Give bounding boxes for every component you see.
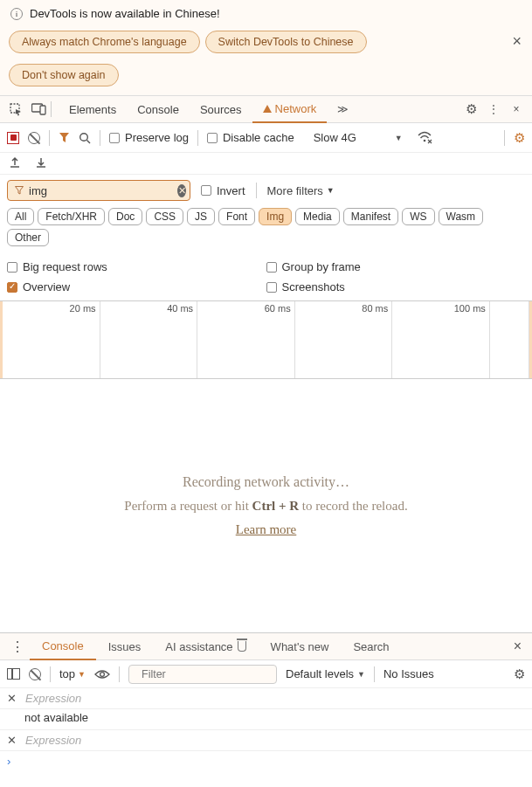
preserve-log-checkbox[interactable]: Preserve log — [109, 131, 189, 144]
clear-filter-icon[interactable]: ✕ — [177, 184, 186, 197]
disable-cache-checkbox[interactable]: Disable cache — [207, 131, 294, 144]
export-har-icon[interactable] — [9, 156, 21, 169]
overview-checkbox[interactable]: Overview — [7, 277, 266, 297]
more-tabs-icon[interactable]: ≫ — [327, 95, 359, 123]
main-tab-bar: Elements Console Sources Network ≫ ⚙ ⋮ × — [0, 95, 532, 123]
clear-icon[interactable] — [28, 132, 40, 144]
pill-js[interactable]: JS — [187, 208, 215, 225]
filter-input[interactable] — [27, 183, 177, 198]
filter-toggle-icon[interactable] — [59, 132, 70, 143]
info-bar: i DevTools is now available in Chinese! — [0, 0, 532, 27]
drawer-close-icon[interactable]: × — [508, 639, 527, 654]
empty-title: Recording network activity… — [183, 474, 349, 490]
kebab-menu-icon[interactable]: ⋮ — [483, 99, 504, 120]
expression-value: not available — [0, 709, 532, 730]
pill-fetch[interactable]: Fetch/XHR — [38, 208, 105, 225]
drawer-tab-ai[interactable]: AI assistance — [153, 632, 258, 660]
pill-img[interactable]: Img — [259, 208, 292, 225]
group-frame-checkbox[interactable]: Group by frame — [266, 257, 526, 277]
separator — [119, 666, 120, 682]
prompt-chevron-icon: › — [7, 755, 10, 768]
log-levels-select[interactable]: Default levels ▼ — [286, 667, 365, 680]
empty-hint: Perform a request or hit Ctrl + R to rec… — [124, 499, 407, 514]
remove-expression-icon[interactable]: ✕ — [7, 692, 17, 705]
console-filter-input[interactable] — [140, 667, 280, 681]
pill-wasm[interactable]: Wasm — [439, 208, 484, 225]
search-icon[interactable] — [79, 132, 91, 144]
console-filter-box[interactable] — [128, 665, 277, 684]
console-toolbar: top ▼ Default levels ▼ No Issues ⚙ — [0, 660, 532, 688]
import-export-bar — [0, 153, 532, 175]
chevron-down-icon: ▼ — [78, 670, 86, 679]
device-toggle-icon[interactable] — [28, 99, 49, 120]
chevron-down-icon: ▼ — [327, 186, 335, 195]
remove-expression-icon[interactable]: ✕ — [7, 734, 17, 747]
network-settings-icon[interactable]: ⚙ — [514, 130, 525, 146]
svg-rect-2 — [40, 106, 45, 114]
close-icon[interactable]: × — [512, 32, 522, 51]
separator — [374, 666, 375, 682]
inspect-icon[interactable] — [5, 99, 26, 120]
chip-match-language[interactable]: Always match Chrome's language — [9, 31, 200, 53]
info-icon: i — [10, 8, 23, 20]
settings-icon[interactable]: ⚙ — [460, 99, 481, 120]
pill-media[interactable]: Media — [295, 208, 340, 225]
tab-network[interactable]: Network — [252, 95, 328, 123]
context-select[interactable]: top ▼ — [59, 667, 86, 680]
close-devtools-icon[interactable]: × — [506, 99, 527, 120]
pill-all[interactable]: All — [7, 208, 34, 225]
live-expression-icon[interactable] — [94, 669, 110, 680]
more-filters-dropdown[interactable]: More filters ▼ — [267, 184, 335, 197]
options-grid: Big request rows Group by frame Overview… — [0, 253, 532, 300]
chip-dont-show[interactable]: Don't show again — [9, 64, 119, 86]
drawer-tab-console[interactable]: Console — [30, 632, 96, 660]
console-settings-icon[interactable]: ⚙ — [514, 666, 525, 682]
pill-font[interactable]: Font — [218, 208, 255, 225]
big-rows-checkbox[interactable]: Big request rows — [7, 257, 266, 277]
expression-placeholder[interactable]: Expression — [25, 692, 81, 705]
drawer-menu-icon[interactable]: ⋮ — [5, 639, 30, 655]
pill-doc[interactable]: Doc — [108, 208, 142, 225]
empty-state: Recording network activity… Perform a re… — [0, 379, 532, 632]
timeline-tick: 100 ms — [454, 303, 486, 314]
separator — [100, 130, 100, 146]
drawer-tab-search[interactable]: Search — [341, 632, 401, 660]
record-button[interactable] — [7, 132, 19, 144]
filter-input-box[interactable]: ✕ — [7, 180, 190, 201]
funnel-icon — [15, 186, 24, 195]
filter-row: ✕ Invert More filters ▼ — [0, 175, 532, 206]
network-conditions-icon[interactable] — [417, 131, 432, 144]
invert-checkbox[interactable]: Invert — [201, 184, 245, 197]
chevron-down-icon: ▼ — [357, 670, 365, 679]
pill-css[interactable]: CSS — [146, 208, 183, 225]
expression-placeholder[interactable]: Expression — [25, 734, 81, 747]
pill-other[interactable]: Other — [7, 229, 49, 246]
tab-console[interactable]: Console — [127, 95, 190, 123]
sidebar-toggle-icon[interactable] — [7, 668, 20, 680]
svg-point-6 — [100, 672, 105, 676]
chip-switch-chinese[interactable]: Switch DevTools to Chinese — [205, 31, 367, 53]
separator — [504, 130, 505, 146]
pill-ws[interactable]: WS — [402, 208, 434, 225]
warning-icon — [263, 105, 272, 113]
info-title: DevTools is now available in Chinese! — [30, 7, 220, 20]
screenshots-checkbox[interactable]: Screenshots — [266, 277, 526, 297]
separator — [197, 130, 198, 146]
drawer-tab-issues[interactable]: Issues — [96, 632, 154, 660]
live-expression-row: ✕ Expression — [0, 688, 532, 709]
clear-console-icon[interactable] — [29, 668, 41, 680]
import-har-icon[interactable] — [35, 156, 47, 169]
issues-count[interactable]: No Issues — [383, 667, 434, 680]
console-prompt[interactable]: › — [0, 751, 532, 771]
tab-sources[interactable]: Sources — [190, 95, 252, 123]
separator — [49, 130, 50, 146]
learn-more-link[interactable]: Learn more — [236, 522, 297, 537]
tab-elements[interactable]: Elements — [59, 95, 127, 123]
timeline-tick: 20 ms — [70, 303, 96, 314]
throttle-select[interactable]: Slow 4G ▼ — [308, 129, 408, 146]
svg-point-5 — [423, 140, 425, 142]
pill-manifest[interactable]: Manifest — [343, 208, 398, 225]
drawer-tab-whatsnew[interactable]: What's new — [259, 632, 342, 660]
type-filter-row: All Fetch/XHR Doc CSS JS Font Img Media … — [0, 206, 532, 253]
overview-timeline[interactable]: 20 ms 40 ms 60 ms 80 ms 100 ms — [0, 300, 532, 379]
